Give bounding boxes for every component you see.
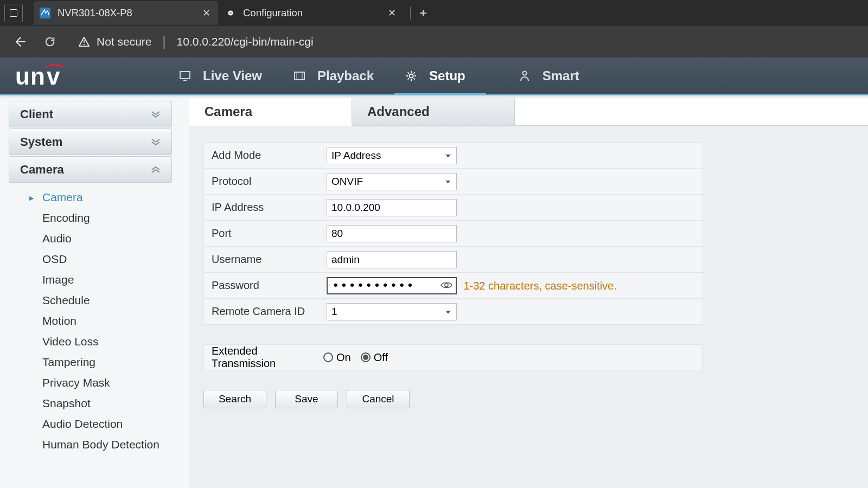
- search-button[interactable]: Search: [203, 390, 266, 408]
- password-label: Password: [204, 273, 323, 299]
- username-input[interactable]: [327, 251, 457, 268]
- remote-camera-id-label: Remote Camera ID: [204, 299, 323, 325]
- tab-overview-button[interactable]: [4, 4, 23, 22]
- person-icon: [519, 70, 531, 82]
- protocol-label: Protocol: [204, 169, 323, 195]
- sidebar-item-motion[interactable]: Motion: [9, 311, 172, 331]
- sidebar-item-camera[interactable]: Camera: [9, 187, 172, 208]
- brand-logo: unv: [0, 57, 168, 94]
- svg-line-21: [408, 78, 409, 79]
- sidebar-item-audio[interactable]: Audio: [9, 228, 172, 249]
- favicon-tab1: [39, 7, 51, 19]
- radio-circle-icon: [323, 352, 333, 362]
- sidebar-camera-submenu: Camera Encoding Audio OSD Image Schedule…: [9, 184, 172, 455]
- close-icon[interactable]: ✕: [388, 7, 396, 19]
- sidebar-item-human-body-detection[interactable]: Human Body Detection: [9, 434, 172, 455]
- port-input[interactable]: [327, 225, 457, 242]
- remote-camera-id-select[interactable]: 1: [327, 303, 457, 320]
- svg-point-14: [410, 74, 413, 78]
- address-separator: |: [163, 35, 166, 49]
- sidebar-section-client[interactable]: Client: [9, 101, 172, 127]
- tab-advanced[interactable]: Advanced: [352, 98, 515, 125]
- nav-setup[interactable]: Setup: [394, 57, 486, 94]
- svg-rect-11: [295, 72, 304, 80]
- tab2-title: Configuration: [243, 7, 303, 19]
- username-label: Username: [204, 247, 323, 273]
- nav-live-view[interactable]: Live View: [168, 57, 283, 94]
- content-tabs: Camera Advanced: [189, 98, 868, 126]
- nav-playback[interactable]: Playback: [283, 57, 394, 94]
- browser-tab-strip: NVR301-08X-P8 ✕ Configuration ✕ +: [0, 0, 868, 26]
- svg-point-3: [229, 12, 232, 14]
- cancel-button[interactable]: Cancel: [347, 390, 410, 408]
- radio-on[interactable]: On: [323, 351, 351, 364]
- close-icon[interactable]: ✕: [202, 7, 210, 19]
- app-top-nav: unv Live View Playback Setup Smart: [0, 57, 868, 95]
- browser-tab-1[interactable]: NVR301-08X-P8 ✕: [34, 1, 218, 25]
- protocol-select[interactable]: ONVIF: [327, 173, 457, 190]
- radio-off[interactable]: Off: [361, 351, 388, 364]
- password-input[interactable]: [327, 277, 457, 294]
- svg-line-20: [413, 78, 414, 79]
- sidebar-item-privacy-mask[interactable]: Privacy Mask: [9, 373, 172, 393]
- content-panel: Camera Advanced Add Mode IP Address Prot…: [189, 98, 868, 488]
- not-secure-label: Not secure: [97, 35, 152, 48]
- browser-toolbar: Not secure | 10.0.0.220/cgi-bin/main-cgi: [0, 26, 868, 57]
- nav-smart-label: Smart: [542, 68, 579, 84]
- browser-tab-2[interactable]: Configuration ✕: [219, 1, 404, 25]
- chevron-up-icon: [151, 163, 161, 177]
- sidebar-section-system[interactable]: System: [9, 129, 172, 155]
- svg-text:u: u: [15, 63, 30, 89]
- sidebar-item-tampering[interactable]: Tampering: [9, 352, 172, 373]
- add-mode-label: Add Mode: [204, 143, 323, 169]
- chevron-down-icon: [151, 135, 161, 149]
- sidebar-item-encoding[interactable]: Encoding: [9, 208, 172, 228]
- svg-text:n: n: [30, 63, 46, 89]
- form-body: Add Mode IP Address Protocol ONVIF IP Ad…: [189, 126, 868, 488]
- svg-line-19: [408, 73, 409, 74]
- sidebar-camera-label: Camera: [20, 163, 64, 177]
- extended-transmission-label: Extended Transmission: [204, 345, 323, 370]
- sidebar-item-schedule[interactable]: Schedule: [9, 290, 172, 311]
- gear-icon: [405, 70, 417, 82]
- nav-smart[interactable]: Smart: [486, 57, 600, 94]
- svg-point-24: [445, 284, 448, 287]
- radio-circle-icon: [361, 352, 371, 362]
- add-mode-select[interactable]: IP Address: [327, 147, 457, 164]
- back-button[interactable]: [9, 31, 30, 53]
- main-area: Client System Camera Camera Encoding Aud…: [0, 98, 868, 488]
- ip-address-input[interactable]: [327, 199, 457, 216]
- favicon-tab2: [225, 7, 237, 19]
- sidebar-client-label: Client: [20, 107, 53, 121]
- sidebar-item-osd[interactable]: OSD: [9, 249, 172, 269]
- camera-form-table: Add Mode IP Address Protocol ONVIF IP Ad…: [203, 142, 703, 325]
- sidebar-item-snapshot[interactable]: Snapshot: [9, 393, 172, 414]
- tab-camera[interactable]: Camera: [189, 98, 352, 126]
- radio-off-label: Off: [374, 351, 388, 364]
- password-hint: 1-32 characters, case-sensitive.: [463, 280, 616, 292]
- svg-point-23: [522, 72, 526, 75]
- address-bar[interactable]: Not secure | 10.0.0.220/cgi-bin/main-cgi: [69, 30, 859, 53]
- nav-live-view-label: Live View: [203, 68, 262, 84]
- svg-line-22: [413, 73, 414, 74]
- sidebar-system-label: System: [20, 135, 62, 149]
- extended-transmission-row: Extended Transmission On Off: [203, 344, 703, 370]
- new-tab-button[interactable]: +: [414, 5, 432, 21]
- refresh-button[interactable]: [39, 31, 61, 53]
- film-icon: [293, 70, 305, 82]
- button-row: Search Save Cancel: [203, 390, 868, 408]
- show-password-icon[interactable]: [441, 280, 452, 292]
- sidebar-item-video-loss[interactable]: Video Loss: [9, 331, 172, 352]
- svg-point-5: [84, 44, 85, 45]
- sidebar-item-image[interactable]: Image: [9, 269, 172, 290]
- svg-rect-9: [180, 72, 190, 79]
- monitor-icon: [179, 70, 191, 82]
- security-indicator[interactable]: Not secure: [78, 35, 152, 48]
- svg-rect-0: [40, 8, 50, 18]
- save-button[interactable]: Save: [275, 390, 338, 408]
- sidebar-item-audio-detection[interactable]: Audio Detection: [9, 414, 172, 434]
- extended-transmission-radio-group: On Off: [323, 351, 388, 364]
- radio-on-label: On: [336, 351, 351, 364]
- chevron-down-icon: [151, 107, 161, 121]
- sidebar-section-camera[interactable]: Camera: [9, 156, 172, 183]
